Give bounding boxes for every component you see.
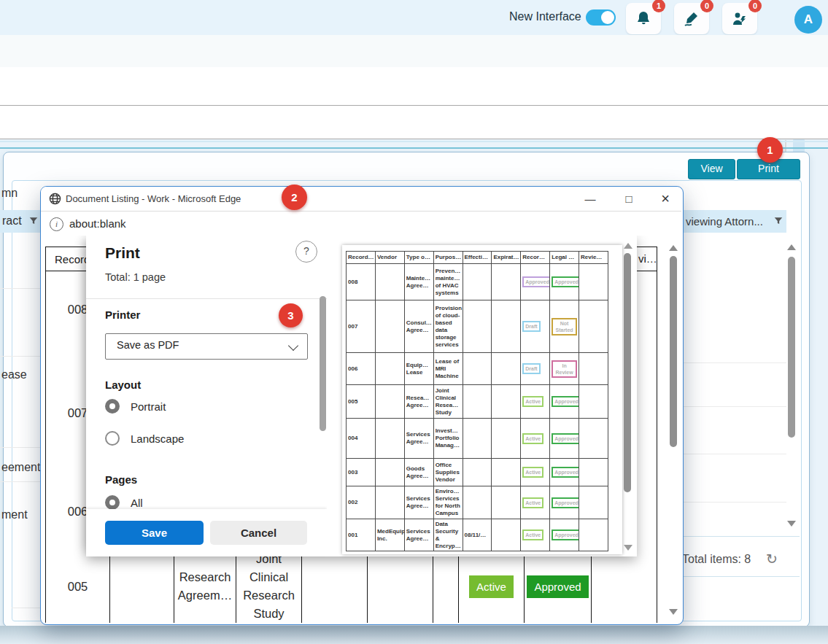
preview-cell: Equip… Lease [404, 353, 433, 385]
total-pages-label: Total: 1 page [105, 271, 166, 283]
preview-cell [463, 353, 492, 385]
preview-cell: Draft [521, 353, 550, 385]
preview-status-badge: In Review [552, 360, 577, 378]
preview-status-badge: Active [522, 396, 543, 407]
preview-cell: Lease of MRI Machine [433, 353, 463, 385]
scroll-up-arrow[interactable] [669, 245, 678, 251]
preview-column-header: Type o… [404, 252, 433, 264]
notifications-button[interactable]: 1 [626, 3, 661, 34]
row-divider [681, 454, 786, 454]
portrait-radio[interactable] [105, 399, 120, 414]
preview-cell: 008 [347, 264, 376, 300]
save-button[interactable]: Save [105, 521, 204, 545]
scroll-down-arrow[interactable] [669, 609, 678, 615]
printer-select[interactable]: Save as PDF [105, 333, 308, 360]
minimize-button[interactable]: — [581, 191, 600, 207]
edge-title-bar: Document Listing - Work - Microsoft Edge… [41, 187, 681, 212]
preview-cell: Active [521, 419, 550, 459]
preview-cell: Office Supplies Vendor [433, 459, 463, 486]
new-interface-label: New Interface [509, 10, 581, 23]
scroll-down-arrow[interactable] [624, 545, 632, 551]
preview-cell: Invest… Portfolio Manag… [433, 419, 463, 459]
avatar[interactable]: A [794, 6, 822, 34]
footer-divider [681, 576, 800, 577]
info-icon: i [50, 217, 63, 231]
preview-header-row: Record…VendorType o…Purpos…Effecti…Expir… [347, 252, 608, 264]
vertical-scrollbar-thumb[interactable] [788, 257, 795, 438]
preview-cell: Active [521, 519, 550, 551]
preview-cell: 08/11/… [463, 519, 492, 551]
preview-cell [492, 419, 521, 459]
preview-scrollbar-thumb[interactable] [624, 253, 631, 492]
landscape-label: Landscape [131, 432, 184, 445]
preview-cell [579, 353, 608, 385]
pages-all-radio[interactable] [105, 495, 120, 510]
preview-status-badge: Draft [522, 363, 540, 374]
chevron-down-icon [288, 341, 298, 351]
edge-scrollbar [668, 236, 680, 623]
user-actions-button[interactable]: 0 [722, 3, 757, 34]
preview-cell [492, 353, 521, 385]
edge-scrollbar-thumb[interactable] [670, 256, 677, 447]
preview-cell [579, 486, 608, 519]
row-divider [681, 406, 786, 407]
scroll-up-arrow[interactable] [624, 243, 632, 249]
preview-cell: Preven… mainte… of HVAC systems [433, 264, 463, 300]
preview-cell [375, 264, 404, 300]
preview-table-row: 003Goods Agree…Office Supplies VendorAct… [347, 459, 608, 486]
preview-column-header: Recor… [521, 252, 550, 264]
preview-column-header: Effecti… [463, 252, 492, 264]
maximize-button[interactable]: □ [619, 191, 638, 207]
refresh-icon[interactable]: ↻ [766, 551, 778, 567]
preview-column-header: Purpos… [433, 252, 463, 264]
landscape-radio[interactable] [105, 431, 120, 446]
preview-cell [375, 300, 404, 353]
filter-icon[interactable] [773, 216, 783, 226]
screen: New Interface 1 0 0 A Connected › View A… [0, 0, 828, 644]
preview-status-badge: Active [522, 529, 543, 540]
panel-accent-line [0, 147, 828, 149]
status-band: Connected [0, 35, 828, 67]
preview-column-header: Legal … [550, 252, 579, 264]
preview-table-row: 008Mainte… Agree…Preven… mainte… of HVAC… [347, 264, 608, 300]
preview-status-badge: Approved [552, 396, 579, 407]
dialog-footer: Save Cancel [86, 509, 327, 556]
preview-cell [492, 385, 521, 419]
total-items-label: Total items: 8 [682, 553, 751, 566]
preview-cell: Consul… Agree… [404, 300, 433, 353]
preview-cell: 005 [347, 385, 376, 419]
preview-status-badge: Approved [552, 467, 579, 478]
row-divider [0, 447, 40, 448]
preview-column-header: Vendor [375, 252, 404, 264]
preview-cell [492, 264, 521, 300]
preview-cell [375, 459, 404, 486]
edge-url-bar[interactable]: i about:blank [41, 212, 681, 236]
preview-cell: Draft [521, 300, 550, 353]
partial-agreement-text: eement [1, 461, 40, 474]
globe-icon [49, 193, 61, 205]
filter-icon[interactable] [28, 216, 39, 226]
preview-cell: Goods Agree… [404, 459, 433, 486]
new-interface-toggle[interactable] [586, 9, 616, 26]
preview-cell: 003 [347, 459, 376, 486]
signature-icon [683, 10, 700, 28]
dialog-scrollbar-thumb[interactable] [320, 296, 326, 431]
pages-label: Pages [105, 473, 137, 486]
divider [86, 298, 327, 299]
row-divider [0, 356, 40, 357]
edge-page-content: Record…008007006005Research Agreem…Joint… [41, 236, 681, 623]
preview-cell: 001 [347, 519, 376, 551]
help-button[interactable]: ? [295, 241, 317, 263]
signatures-button[interactable]: 0 [674, 3, 709, 34]
preview-cell: MedEquip Inc. [375, 519, 404, 551]
scroll-up-arrow[interactable] [787, 244, 796, 250]
close-button[interactable]: × [656, 191, 675, 207]
view-all-button[interactable]: View All [688, 159, 735, 179]
user-actions-badge: 0 [748, 0, 762, 12]
preview-cell [463, 459, 492, 486]
preview-cell: Services Agree… [404, 486, 433, 519]
print-dialog-title: Print [105, 244, 140, 262]
cancel-button[interactable]: Cancel [210, 521, 307, 545]
scroll-down-arrow[interactable] [787, 521, 796, 527]
preview-cell: Approved [550, 486, 579, 519]
